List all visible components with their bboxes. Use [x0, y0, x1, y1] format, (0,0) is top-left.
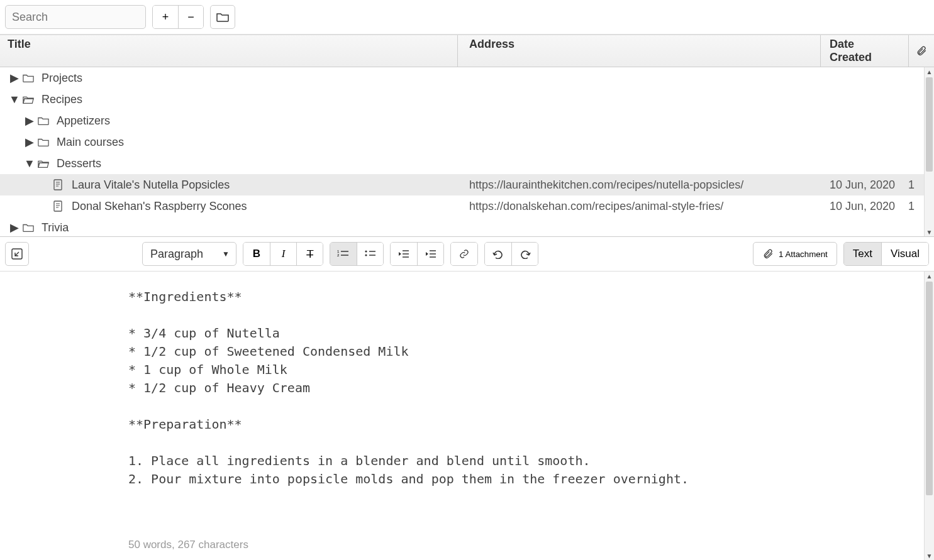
indent-group	[390, 242, 444, 266]
row-extra: 1	[899, 178, 924, 192]
italic-button[interactable]: I	[270, 243, 296, 265]
folder-icon	[23, 222, 34, 233]
row-label: Appetizers	[57, 114, 110, 128]
ordered-list-icon: 12	[337, 249, 350, 259]
folder-icon	[38, 136, 49, 148]
view-toggle: Text Visual	[843, 242, 929, 266]
add-button[interactable]: +	[153, 6, 178, 28]
tree-folder[interactable]: ▶Trivia	[0, 217, 924, 236]
top-toolbar: + −	[0, 0, 934, 35]
block-style-label: Paragraph	[150, 248, 203, 261]
scroll-up-icon[interactable]: ▲	[925, 272, 934, 280]
row-label: Main courses	[57, 136, 124, 149]
row-label: Trivia	[42, 221, 69, 234]
redo-button[interactable]	[511, 243, 538, 265]
row-label: Donal Skehan's Raspberry Scones	[72, 200, 247, 213]
scroll-up-icon[interactable]: ▲	[925, 67, 934, 76]
tree-folder[interactable]: ▶Projects	[0, 67, 924, 89]
redo-icon	[519, 249, 531, 259]
tree-item[interactable]: Donal Skehan's Raspberry Sconeshttps://d…	[0, 195, 924, 217]
zoom-buttons: + −	[152, 5, 204, 29]
word-count: 50 words, 267 characters	[128, 539, 248, 551]
column-attachments[interactable]	[909, 35, 934, 67]
note-body[interactable]: **Ingredients** * 3/4 cup of Nutella * 1…	[0, 272, 924, 488]
format-group: B I T̶	[243, 242, 323, 266]
attachments-button[interactable]: 1 Attachment	[753, 242, 837, 266]
svg-rect-0	[54, 180, 62, 190]
folder-icon	[23, 72, 34, 84]
scroll-thumb[interactable]	[926, 77, 933, 172]
search-input[interactable]	[5, 5, 146, 29]
notebook-tree: ▶Projects▼Recipes▶Appetizers▶Main course…	[0, 67, 934, 237]
list-header: Title Address Date Created	[0, 35, 934, 67]
tree-scrollbar[interactable]: ▲ ▼	[924, 67, 934, 236]
new-folder-button[interactable]	[210, 5, 235, 29]
remove-button[interactable]: −	[178, 6, 203, 28]
arrow-corner-icon	[11, 248, 23, 260]
svg-text:2: 2	[337, 253, 340, 257]
tree-folder[interactable]: ▼Recipes	[0, 89, 924, 110]
collapse-editor-button[interactable]	[5, 242, 29, 266]
bold-button[interactable]: B	[243, 243, 270, 265]
folder-icon	[38, 115, 49, 126]
note-icon	[53, 179, 64, 190]
scroll-thumb[interactable]	[926, 282, 933, 495]
chevron-right-icon[interactable]: ▶	[10, 71, 19, 85]
unordered-list-icon	[364, 249, 377, 259]
svg-point-13	[365, 250, 367, 252]
editor-pane: **Ingredients** * 3/4 cup of Nutella * 1…	[0, 272, 934, 560]
undo-icon	[492, 249, 504, 259]
paperclip-icon	[762, 248, 774, 260]
tree-folder[interactable]: ▼Desserts	[0, 153, 924, 174]
chevron-right-icon[interactable]: ▶	[10, 221, 19, 234]
column-date[interactable]: Date Created	[821, 35, 909, 67]
row-address: https://laurainthekitchen.com/recipes/nu…	[458, 178, 811, 192]
note-editor[interactable]: **Ingredients** * 3/4 cup of Nutella * 1…	[0, 272, 924, 560]
row-address: https://donalskehan.com/recipes/animal-s…	[458, 200, 811, 213]
editor-scrollbar[interactable]: ▲ ▼	[924, 272, 934, 560]
indent-button[interactable]	[417, 243, 443, 265]
unordered-list-button[interactable]	[357, 243, 383, 265]
note-icon	[53, 200, 64, 212]
row-label: Projects	[42, 72, 82, 85]
row-extra: 1	[899, 200, 924, 213]
tree-item[interactable]: Laura Vitale's Nutella Popsicleshttps://…	[0, 174, 924, 195]
history-group	[484, 242, 538, 266]
scroll-down-icon[interactable]: ▼	[925, 551, 934, 560]
strike-button[interactable]: T̶	[296, 243, 323, 265]
attachments-label: 1 Attachment	[779, 250, 828, 259]
undo-button[interactable]	[485, 243, 511, 265]
svg-rect-4	[54, 201, 62, 211]
outdent-icon	[398, 249, 410, 259]
chevron-down-icon[interactable]: ▼	[10, 93, 19, 106]
row-label: Desserts	[57, 157, 101, 170]
block-style-select[interactable]: Paragraph	[142, 242, 236, 266]
row-label: Recipes	[42, 93, 82, 106]
indent-icon	[425, 249, 437, 259]
tree-folder[interactable]: ▶Main courses	[0, 131, 924, 153]
chevron-down-icon[interactable]: ▼	[25, 157, 34, 170]
folder-open-icon	[23, 94, 34, 105]
row-date: 10 Jun, 2020	[811, 178, 899, 192]
ordered-list-button[interactable]: 12	[330, 243, 357, 265]
svg-point-14	[365, 254, 367, 256]
row-label: Laura Vitale's Nutella Popsicles	[72, 178, 230, 192]
column-title[interactable]: Title	[0, 35, 458, 67]
folder-plus-icon	[216, 12, 229, 22]
view-visual-button[interactable]: Visual	[881, 243, 928, 265]
paperclip-icon	[916, 45, 927, 57]
link-icon	[458, 249, 470, 259]
link-button[interactable]	[451, 243, 477, 265]
tree-folder[interactable]: ▶Appetizers	[0, 110, 924, 131]
scroll-down-icon[interactable]: ▼	[925, 228, 934, 236]
list-group: 12	[330, 242, 384, 266]
chevron-right-icon[interactable]: ▶	[25, 135, 34, 149]
chevron-right-icon[interactable]: ▶	[25, 114, 34, 128]
view-text-button[interactable]: Text	[844, 243, 881, 265]
editor-toolbar: Paragraph B I T̶ 12	[0, 237, 934, 272]
link-group	[450, 242, 478, 266]
outdent-button[interactable]	[391, 243, 417, 265]
row-date: 10 Jun, 2020	[811, 200, 899, 213]
folder-open-icon	[38, 158, 49, 169]
column-address[interactable]: Address	[458, 35, 821, 67]
